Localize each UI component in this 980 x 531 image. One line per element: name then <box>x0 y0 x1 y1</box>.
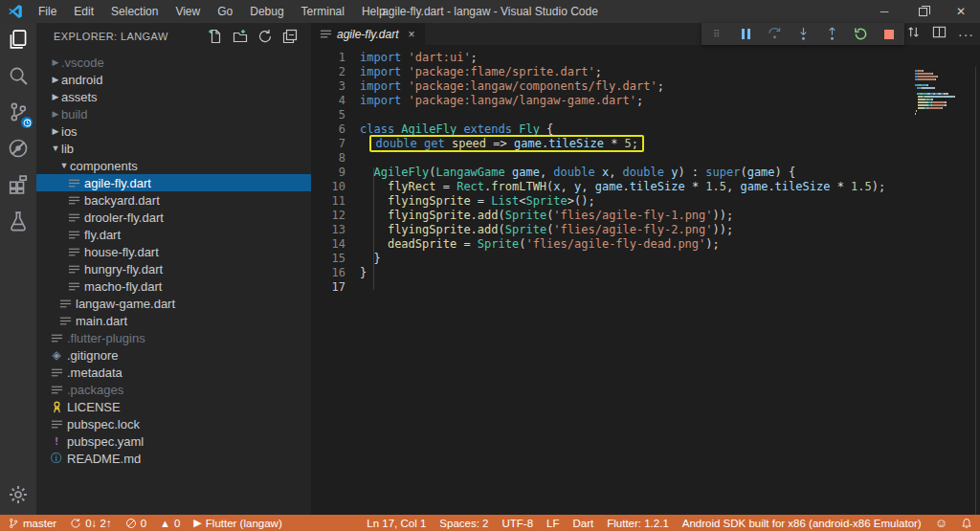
file-pubspec.yaml[interactable]: !pubspec.yaml <box>36 432 311 450</box>
minimap-line <box>915 76 970 77</box>
file-pubspec.lock[interactable]: pubspec.lock <box>36 415 311 432</box>
tab-close-icon[interactable]: × <box>406 28 416 41</box>
file-drooler-fly.dart[interactable]: drooler-fly.dart <box>36 209 311 226</box>
activitybar-search[interactable] <box>0 59 36 96</box>
restart-button[interactable] <box>853 27 868 42</box>
folder-ios[interactable]: ▶ios <box>36 122 311 140</box>
swap-vertical-button[interactable] <box>906 25 921 43</box>
status-encoding[interactable]: UTF-8 <box>501 518 533 529</box>
stop-button[interactable] <box>881 27 897 42</box>
code-text: deadSprite = Sprite('flies/agile-fly-dea… <box>360 237 720 252</box>
file-.flutter-plugins[interactable]: .flutter-plugins <box>36 329 311 346</box>
minimap-line <box>915 110 970 112</box>
chevron-right-icon: ▶ <box>50 75 61 84</box>
code-area[interactable]: 1import 'dart:ui';2import 'package:flame… <box>311 45 980 515</box>
file-langaw-game.dart[interactable]: langaw-game.dart <box>36 295 311 312</box>
status-launch[interactable]: ▶Flutter (langaw) <box>193 517 281 529</box>
scrollbar[interactable] <box>975 67 976 531</box>
status-sync[interactable]: 0↓ 2↑ <box>70 518 112 529</box>
code-line-4: 4import 'package:langaw/langaw-game.dart… <box>311 94 980 108</box>
folder-assets[interactable]: ▶assets <box>36 88 311 105</box>
file-hungry-fly.dart[interactable]: hungry-fly.dart <box>36 260 311 277</box>
folder-components[interactable]: ▼components <box>36 157 311 174</box>
step-into-button[interactable] <box>795 27 811 42</box>
drag-grip-button[interactable]: ⠿ <box>709 27 724 42</box>
status-notifications[interactable] <box>961 518 972 529</box>
line-number: 16 <box>311 266 345 280</box>
line-number: 15 <box>311 252 345 266</box>
minimize-button[interactable]: ─ <box>865 0 903 23</box>
more-actions-button[interactable]: ··· <box>958 26 974 43</box>
tab-agile-fly[interactable]: agile-fly.dart × <box>311 23 425 45</box>
close-button[interactable]: ✕ <box>942 0 980 23</box>
code-text: flyRect = Rect.fromLTWH(x, y, game.tileS… <box>360 180 885 194</box>
status-git-branch[interactable]: master <box>8 518 56 529</box>
stop-icon <box>884 30 894 39</box>
restore-button[interactable] <box>903 0 942 23</box>
menu-debug[interactable]: Debug <box>242 3 291 20</box>
sync-clock-badge <box>21 117 33 128</box>
menu-file[interactable]: File <box>31 3 64 20</box>
status-device[interactable]: Android SDK built for x86 (android-x86 E… <box>682 518 922 529</box>
status-label: 0 <box>141 518 146 529</box>
folder-build[interactable]: ▶build <box>36 105 311 122</box>
code-line-11: 11 flyingSprite = List<Sprite>(); <box>311 194 980 209</box>
menu-edit[interactable]: Edit <box>66 3 101 20</box>
new-folder-button[interactable] <box>233 29 248 44</box>
menu-selection[interactable]: Selection <box>103 3 166 20</box>
tree-item-label: drooler-fly.dart <box>84 210 164 225</box>
file-house-fly.dart[interactable]: house-fly.dart <box>36 243 311 260</box>
flask-icon <box>8 210 29 235</box>
file-.metadata[interactable]: .metadata <box>36 364 311 381</box>
code-line-2: 2import 'package:flame/sprite.dart'; <box>311 65 980 79</box>
step-out-button[interactable] <box>824 27 839 42</box>
activitybar-source-control[interactable] <box>0 96 36 132</box>
menu-terminal[interactable]: Terminal <box>294 3 352 20</box>
editor-group: agile-fly.dart × ··· ⠿ 1import 'dart:ui'… <box>311 23 980 515</box>
file-macho-fly.dart[interactable]: macho-fly.dart <box>36 277 311 295</box>
file-.packages[interactable]: .packages <box>36 381 311 398</box>
new-file-button[interactable] <box>208 29 223 44</box>
tree-item-label: .flutter-plugins <box>67 331 145 345</box>
status-flutter-version[interactable]: Flutter: 1.2.1 <box>607 518 669 529</box>
tree-item-label: .metadata <box>67 365 122 380</box>
folder-android[interactable]: ▶android <box>36 71 311 88</box>
pause-button[interactable] <box>738 27 753 42</box>
split-editor-button[interactable] <box>932 25 947 43</box>
menu-help[interactable]: Help <box>354 3 393 20</box>
activitybar-extensions[interactable] <box>0 168 36 205</box>
activitybar-debug[interactable] <box>0 132 36 168</box>
tree-item-label: hungry-fly.dart <box>84 262 163 277</box>
activitybar-explorer[interactable] <box>0 23 36 59</box>
file-.gitignore[interactable]: ◈.gitignore <box>36 346 311 364</box>
status-eol[interactable]: LF <box>546 518 559 529</box>
file-fly.dart[interactable]: fly.dart <box>36 226 311 243</box>
activitybar-test-explorer[interactable] <box>0 205 36 241</box>
search-icon <box>8 65 29 90</box>
collapse-all-button[interactable] <box>282 29 298 44</box>
file-backyard.dart[interactable]: backyard.dart <box>36 191 311 209</box>
debug-toolbar: ⠿ <box>702 23 904 45</box>
highlighted-code-box: double get speed => game.tileSize * 5; <box>369 135 644 152</box>
status-warnings[interactable]: ▲0 <box>160 518 180 529</box>
menu-go[interactable]: Go <box>210 3 240 20</box>
restore-icon <box>919 8 927 16</box>
activitybar-settings[interactable] <box>0 478 36 515</box>
status-indentation[interactable]: Spaces: 2 <box>439 518 488 529</box>
status-errors[interactable]: 0 <box>125 518 146 529</box>
step-over-button[interactable] <box>767 27 782 42</box>
file-main.dart[interactable]: main.dart <box>36 312 311 329</box>
menu-view[interactable]: View <box>167 3 208 20</box>
minimap[interactable] <box>915 70 970 119</box>
status-language-mode[interactable]: Dart <box>572 518 593 529</box>
code-line-15: 15 } <box>311 252 980 266</box>
refresh-button[interactable] <box>257 29 273 44</box>
status-feedback[interactable]: ☺ <box>935 516 947 530</box>
file-agile-fly.dart[interactable]: agile-fly.dart <box>36 174 311 191</box>
minimap-line <box>915 113 970 115</box>
folder-.vscode[interactable]: ▶.vscode <box>36 54 311 71</box>
file-license[interactable]: LICENSE <box>36 398 311 415</box>
status-cursor-position[interactable]: Ln 17, Col 1 <box>367 518 426 529</box>
file-readme.md[interactable]: ⓘREADME.md <box>36 450 311 467</box>
folder-lib[interactable]: ▼lib <box>36 140 311 157</box>
